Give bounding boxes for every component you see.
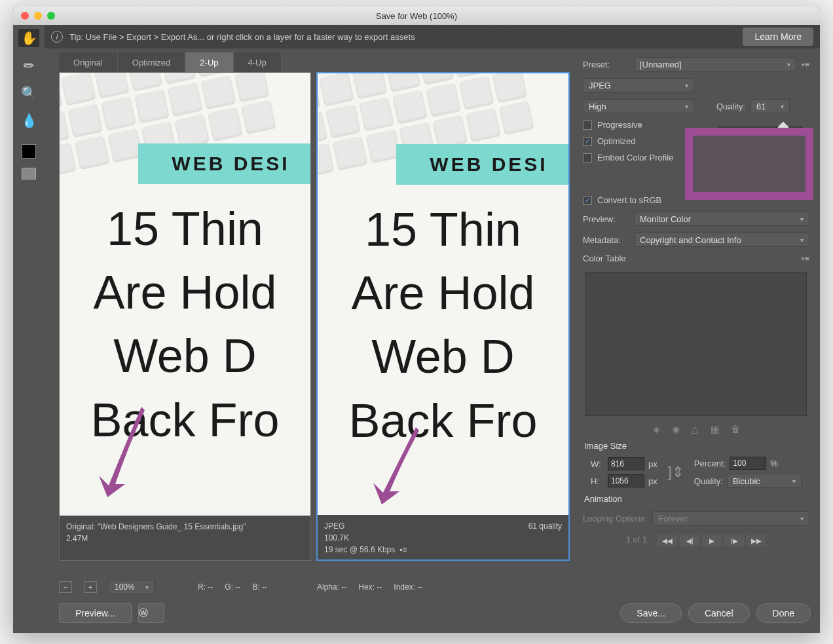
preview-panes: WEB DESI 15 Thin Are Hold Web D Back Fro…	[59, 72, 570, 561]
color-table	[585, 272, 807, 416]
metadata-dropdown[interactable]: Copyright and Contact Info▾	[634, 233, 809, 247]
optimized-checkbox[interactable]	[583, 137, 592, 146]
optimized-pane[interactable]: WEB DESI 15 Thin Are Hold Web D Back Fro…	[316, 72, 570, 561]
preview-banner: WEB DESI	[172, 153, 289, 175]
titlebar: Save for Web (100%)	[13, 7, 820, 25]
quality-preset-dropdown[interactable]: High▾	[583, 99, 694, 113]
embed-profile-checkbox[interactable]	[583, 153, 592, 162]
done-button[interactable]: Done	[756, 603, 811, 623]
preview-button[interactable]: Preview...	[59, 603, 132, 623]
bottom-bar: Preview... ⓦ Save... Cancel Done	[59, 601, 811, 625]
quality-input[interactable]: 61▾	[750, 99, 790, 113]
quality-slider[interactable]	[718, 126, 803, 129]
annotation-arrow-left	[89, 400, 155, 505]
foreground-swatch[interactable]	[22, 144, 36, 159]
zoom-tool[interactable]: 🔍	[18, 84, 39, 102]
looping-dropdown: Forever▾	[652, 511, 809, 525]
trash-icon[interactable]: 🗑	[731, 424, 740, 434]
settings-panel: Preset: [Unnamed]▾ ▪≡ JPEG▾ High▾ Qualit…	[578, 54, 815, 596]
zoom-out-button[interactable]: −	[59, 581, 72, 593]
convert-srgb-checkbox[interactable]	[583, 196, 592, 205]
image-size-label: Image Size	[578, 437, 815, 455]
annotation-arrow-right	[363, 421, 429, 512]
ct-icon-2[interactable]: ◉	[672, 424, 680, 434]
anim-next-button: |▶	[724, 535, 744, 546]
preview-dropdown[interactable]: Monitor Color▾	[634, 212, 809, 226]
preset-label: Preset:	[583, 60, 629, 69]
zoom-dropdown[interactable]: 100%▾	[109, 580, 155, 594]
toggle-slices-icon[interactable]	[22, 168, 36, 180]
ct-icon-4[interactable]: ▦	[711, 424, 719, 434]
ct-icon-1[interactable]: ◈	[653, 424, 660, 434]
color-table-menu-icon[interactable]: ▪≡	[802, 254, 809, 263]
anim-prev-button: ◀|	[680, 535, 699, 546]
optimized-info: JPEG61 quality 100.7K 19 sec @ 56.6 Kbps…	[318, 515, 568, 559]
height-input[interactable]	[608, 474, 644, 487]
original-info: Original: "Web Designers Guide_ 15 Essen…	[60, 516, 310, 560]
tab-original[interactable]: Original	[59, 52, 118, 72]
link-icon[interactable]: ]⇕	[668, 464, 684, 481]
close-window-button[interactable]	[21, 12, 29, 20]
preset-menu-icon[interactable]: ▪≡	[802, 60, 809, 69]
preset-dropdown[interactable]: [Unnamed]▾	[634, 57, 796, 71]
cancel-button[interactable]: Cancel	[688, 603, 750, 623]
format-dropdown[interactable]: JPEG▾	[583, 78, 694, 92]
animation-label: Animation	[578, 490, 815, 508]
menu-icon[interactable]: ▪≡	[399, 545, 407, 554]
browser-preview-button[interactable]: ⓦ	[138, 603, 164, 623]
left-toolbar: ✋ ✏ 🔍 💧	[13, 25, 45, 633]
anim-play-button: ▶	[702, 535, 722, 546]
zoom-in-button[interactable]: +	[84, 581, 97, 593]
tip-bar: i Tip: Use File > Export > Export As... …	[45, 25, 820, 48]
info-icon: i	[51, 31, 63, 43]
width-input[interactable]	[608, 457, 644, 470]
tip-text: Tip: Use File > Export > Export As... or…	[69, 32, 415, 42]
tab-4up[interactable]: 4-Up	[234, 52, 282, 72]
save-for-web-dialog: Save for Web (100%) ✋ ✏ 🔍 💧 i Tip: Use F…	[13, 7, 820, 633]
original-pane[interactable]: WEB DESI 15 Thin Are Hold Web D Back Fro…	[59, 72, 311, 561]
eyedropper-tool[interactable]: 💧	[18, 111, 39, 130]
percent-input[interactable]	[730, 457, 766, 470]
window-title: Save for Web (100%)	[13, 11, 820, 21]
minimize-window-button[interactable]	[34, 12, 42, 20]
tab-2up[interactable]: 2-Up	[185, 52, 233, 72]
resample-dropdown[interactable]: Bicubic▾	[727, 474, 802, 488]
learn-more-button[interactable]: Learn More	[743, 28, 813, 46]
hand-tool[interactable]: ✋	[18, 29, 39, 47]
anim-first-button: ◀◀	[657, 535, 677, 546]
slice-tool[interactable]: ✏	[18, 56, 39, 75]
zoom-window-button[interactable]	[47, 12, 55, 20]
tab-optimized[interactable]: Optimized	[118, 52, 186, 72]
ct-icon-3[interactable]: △	[692, 424, 699, 434]
save-button[interactable]: Save...	[620, 603, 682, 623]
status-bar: − + 100%▾ R: -- G: -- B: -- Alpha: -- He…	[59, 578, 570, 596]
quality-label: Quality:	[716, 102, 745, 111]
anim-last-button: ▶▶	[747, 535, 766, 546]
progressive-checkbox[interactable]	[583, 121, 592, 130]
